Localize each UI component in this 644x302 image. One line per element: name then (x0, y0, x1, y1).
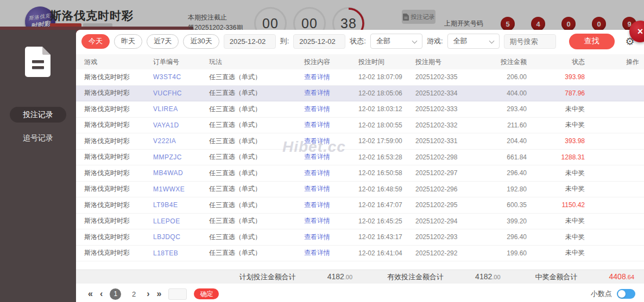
table-row[interactable]: 斯洛伐克时时彩VLIREA任三直选（单式）查看详情12-02 18:03:122… (76, 101, 644, 118)
table-row[interactable]: 斯洛伐克时时彩L18TEB任三直选（单式）查看详情12-02 16:41:042… (76, 246, 644, 262)
period-search-input[interactable] (504, 34, 556, 49)
view-details-link[interactable]: 查看详情 (304, 105, 358, 114)
plan-total: 计划投注金额合计 4182.00 (239, 272, 352, 282)
cell-bet-amount: 296.40 (478, 233, 527, 241)
order-number-link[interactable]: VLIREA (153, 105, 209, 113)
view-details-link[interactable]: 查看详情 (304, 137, 358, 146)
order-number-link[interactable]: LLEPOE (153, 217, 209, 225)
table-row[interactable]: 斯洛伐克时时彩V222IA任三直选（单式）查看详情12-02 17:59:002… (76, 133, 644, 150)
cell-game: 斯洛伐克时时彩 (84, 88, 153, 98)
quick-range-button[interactable]: 近30天 (183, 34, 219, 49)
column-header: 游戏 (84, 57, 153, 67)
date-from-input[interactable] (224, 34, 276, 49)
cell-status: 393.98 (527, 73, 585, 81)
table-body: 斯洛伐克时时彩W3ST4C任三直选（单式）查看详情12-02 18:07:092… (76, 69, 644, 261)
cell-status: 未中奖 (527, 105, 585, 114)
page-jump-input[interactable] (168, 288, 187, 300)
table-row[interactable]: 斯洛伐克时时彩VAYA1D任三直选（单式）查看详情12-02 18:00:552… (76, 118, 644, 134)
cell-bet-time: 12-02 16:53:28 (358, 153, 415, 161)
cell-period: 20251202-335 (415, 73, 478, 81)
order-number-link[interactable]: MB4WAD (153, 169, 209, 177)
column-header: 状态 (527, 57, 585, 67)
table-row[interactable]: 斯洛伐克时时彩LLEPOE任三直选（单式）查看详情12-02 16:45:252… (76, 214, 644, 230)
cell-period: 20251202-295 (415, 201, 478, 209)
view-details-link[interactable]: 查看详情 (304, 201, 358, 210)
cell-bet-amount: 199.60 (478, 249, 527, 257)
cell-period: 20251202-292 (415, 249, 478, 257)
order-number-link[interactable]: LBJDQC (153, 233, 209, 241)
view-details-link[interactable]: 查看详情 (304, 152, 358, 162)
view-details-link[interactable]: 查看详情 (304, 73, 358, 82)
last-page-button[interactable]: » (157, 289, 162, 299)
win-total-value: 4408.64 (609, 272, 634, 281)
view-details-link[interactable]: 查看详情 (304, 216, 358, 226)
view-details-link[interactable]: 查看详情 (304, 184, 358, 194)
decimal-toggle-switch[interactable] (617, 289, 635, 299)
view-details-link[interactable]: 查看详情 (304, 169, 358, 178)
cell-period: 20251202-334 (415, 89, 478, 97)
game-select[interactable]: 全部 (447, 34, 500, 49)
page-number-button[interactable]: 2 (128, 288, 140, 300)
cell-game: 斯洛伐克时时彩 (84, 152, 153, 162)
page-number-group: 12 (110, 288, 140, 300)
page-jump-confirm-button[interactable]: 确定 (194, 288, 219, 299)
order-number-link[interactable]: V222IA (153, 137, 209, 145)
page-number-button[interactable]: 1 (110, 288, 121, 300)
cell-status: 787.96 (527, 89, 585, 97)
status-select[interactable]: 全部 (370, 34, 422, 49)
table-row[interactable]: 斯洛伐克时时彩W3ST4C任三直选（单式）查看详情12-02 18:07:092… (76, 69, 644, 86)
cell-play-type: 任三直选（单式） (209, 184, 304, 194)
cell-bet-time: 12-02 16:41:04 (358, 249, 415, 257)
order-number-link[interactable]: MMPZJC (153, 153, 209, 161)
sidebar-item-chase-records[interactable]: 追号记录 (10, 130, 66, 146)
view-details-link[interactable]: 查看详情 (304, 120, 358, 130)
column-header: 玩法 (209, 57, 304, 67)
order-number-link[interactable]: VAYA1D (153, 121, 209, 129)
view-details-link[interactable]: 查看详情 (304, 248, 358, 258)
cell-bet-amount: 192.80 (478, 185, 527, 193)
search-button[interactable]: 查找 (569, 34, 615, 49)
order-number-link[interactable]: VUCFHC (153, 89, 209, 97)
prev-page-button[interactable]: ‹ (100, 289, 103, 299)
cell-game: 斯洛伐克时时彩 (84, 73, 153, 82)
cell-status: 1288.31 (527, 153, 585, 161)
table-row[interactable]: 斯洛伐克时时彩M1WWXE任三直选（单式）查看详情12-02 16:48:592… (76, 182, 644, 198)
decimal-toggle-label: 小数点 (591, 289, 612, 299)
cell-bet-time: 12-02 16:45:25 (358, 217, 415, 225)
cell-bet-time: 12-02 16:50:58 (358, 169, 415, 177)
order-number-link[interactable]: L18TEB (153, 249, 209, 257)
cell-bet-amount: 404.00 (478, 89, 527, 97)
table-row[interactable]: 斯洛伐克时时彩LBJDQC任三直选（单式）查看详情12-02 16:43:172… (76, 229, 644, 246)
order-number-link[interactable]: M1WWXE (153, 185, 209, 193)
date-to-input[interactable] (293, 34, 345, 49)
first-page-button[interactable]: « (88, 289, 93, 299)
quick-range-group: 今天昨天近7天近30天 (81, 34, 219, 49)
quick-range-button[interactable]: 今天 (81, 34, 110, 49)
cell-play-type: 任三直选（单式） (209, 152, 304, 162)
table-row[interactable]: 斯洛伐克时时彩MMPZJC任三直选（单式）查看详情12-02 16:53:282… (76, 150, 644, 166)
cell-bet-time: 12-02 16:43:17 (358, 233, 415, 241)
sidebar-item-bet-records[interactable]: 投注记录 (10, 107, 66, 123)
filter-bar: 今天昨天近7天近30天 到: 状态: 全部 游戏: 全部 查找 ⚙ (81, 34, 640, 49)
column-header: 投注内容 (304, 57, 358, 67)
order-number-link[interactable]: W3ST4C (153, 73, 209, 81)
cell-bet-amount: 296.40 (478, 169, 527, 177)
quick-range-button[interactable]: 昨天 (114, 34, 142, 49)
table-row[interactable]: 斯洛伐克时时彩VUCFHC任三直选（单式）查看详情12-02 18:05:062… (76, 86, 644, 102)
cell-status: 未中奖 (527, 184, 585, 194)
cell-game: 斯洛伐克时时彩 (84, 137, 153, 146)
order-number-link[interactable]: LT9B4E (153, 201, 209, 209)
pagination-bar: « ‹ 12 › » 确定 小数点 (76, 286, 644, 302)
cell-bet-time: 12-02 18:05:06 (358, 89, 415, 97)
table-row[interactable]: 斯洛伐克时时彩LT9B4E任三直选（单式）查看详情12-02 16:47:072… (76, 197, 644, 214)
table-row[interactable]: 斯洛伐克时时彩MB4WAD任三直选（单式）查看详情12-02 16:50:582… (76, 165, 644, 182)
next-page-button[interactable]: › (147, 289, 149, 299)
cell-status: 未中奖 (527, 216, 585, 226)
cell-bet-amount: 399.20 (478, 217, 527, 225)
view-details-link[interactable]: 查看详情 (304, 88, 358, 98)
valid-total: 有效投注金额合计 4182.00 (387, 272, 500, 282)
quick-range-button[interactable]: 近7天 (147, 34, 179, 49)
view-details-link[interactable]: 查看详情 (304, 233, 358, 242)
screen: 斯洛伐克 时时彩 斯洛伐克时时彩 本期投注截止 第20251202-336期 0… (0, 0, 644, 302)
cell-bet-time: 12-02 18:00:55 (358, 121, 415, 129)
